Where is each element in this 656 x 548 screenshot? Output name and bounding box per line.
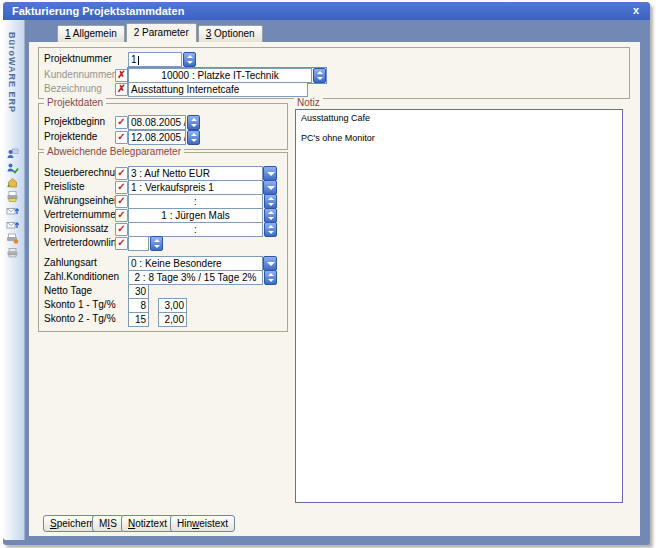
app-window: Fakturierung Projektstammdaten x BüroWAR… [3,2,650,545]
brand-label: BüroWARE ERP [7,32,17,113]
steuerberechnung-checkbox[interactable]: ✓ [115,167,128,180]
mail-export-icon[interactable] [6,204,19,217]
zahlungsart-label: Zahlungsart [44,257,97,268]
tab-allgemein[interactable]: 1 Allgemein [57,25,125,42]
tab-parameter[interactable]: 2 Parameter [126,23,197,42]
projektbeginn-label: Projektbeginn [44,116,105,127]
red-check-icon: ✓ [116,223,127,234]
zahlkonditionen-label: Zahl.Konditionen [44,271,119,282]
projektende-label: Projektende [44,131,97,142]
kundennummer-lock-checkbox[interactable]: ✗ [115,69,128,82]
vertreternummer-field[interactable]: 1 : Jürgen Mals [128,208,263,223]
projektende-field[interactable]: 12.08.2005 /Fr [128,130,186,145]
bezeichnung-lock-checkbox[interactable]: ✗ [115,83,128,96]
projektnummer-field[interactable]: 1 [128,52,182,67]
preisliste-label: Preisliste [44,181,85,192]
bezeichnung-control: Ausstattung Internetcafe [128,82,308,97]
text-caret [138,56,139,65]
preisliste-checkbox[interactable]: ✓ [115,181,128,194]
red-check-icon: ✓ [116,209,127,220]
kundennummer-field[interactable]: 10000 : Platzke IT-Technik [128,68,312,83]
vertreterdownline-control [128,236,163,251]
user-check-icon[interactable] [6,162,19,175]
mail-import-icon[interactable] [6,218,19,231]
print-lock-icon[interactable] [6,246,19,259]
netto-tage-label: Netto Tage [44,285,92,296]
projektdaten-title: Projektdaten [44,97,106,108]
vertreternummer-checkbox[interactable]: ✓ [115,209,128,222]
chevron-down-icon[interactable] [263,256,277,271]
vertreterdownline-checkbox[interactable]: ✓ [115,237,128,250]
parameter-page: Projektnummer 1 Kundennummer ✗ 10000 : P… [29,42,640,536]
vertreterdownline-label: Vertreterdownline [44,237,122,248]
skonto1-control: 8 3,00 [128,298,187,313]
zahlkonditionen-control: 2 : 8 Tage 3% / 15 Tage 2% [128,270,277,285]
notiz-line: Ausstattung Cafe [301,113,617,123]
waehrungseinheit-spinner[interactable] [264,194,277,209]
red-check-icon: ✓ [116,181,127,192]
skonto1-tage-field[interactable]: 8 [128,298,149,313]
netto-tage-control: 30 [128,284,149,299]
vertreterdownline-field[interactable] [128,236,149,251]
provisionssatz-checkbox[interactable]: ✓ [115,223,128,236]
zahlkonditionen-field[interactable]: 2 : 8 Tage 3% / 15 Tage 2% [128,270,263,285]
window-title: Fakturierung Projektstammdaten [3,2,650,20]
zahlungsart-value[interactable]: 0 : Keine Besondere [128,256,263,271]
print-color-icon[interactable] [6,190,19,203]
notiz-group: Notiz Ausstattung Cafe PC's ohne Monitor [293,103,625,505]
waehrungseinheit-field[interactable]: : [128,194,263,209]
vertreternummer-spinner[interactable] [264,208,277,223]
title-bar[interactable]: Fakturierung Projektstammdaten x [3,2,650,20]
skonto2-control: 15 2,00 [128,312,187,327]
notiz-textarea[interactable]: Ausstattung Cafe PC's ohne Monitor [295,109,623,503]
skonto1-label: Skonto 1 - Tg/% [44,299,116,310]
user-card-icon[interactable] [6,148,19,161]
close-icon[interactable]: x [633,4,639,16]
skonto2-tage-field[interactable]: 15 [128,312,149,327]
kundennummer-spinner[interactable] [313,68,326,83]
red-check-icon: ✓ [116,167,127,178]
projektende-spinner[interactable] [187,130,200,145]
red-check-icon: ✓ [116,195,127,206]
provisionssatz-label: Provisionssatz [44,223,108,234]
projektbeginn-checkbox[interactable]: ✓ [115,116,128,129]
waehrungseinheit-label: Währungseinheit [44,195,119,206]
hinweistext-button[interactable]: Hinweistext [170,515,235,532]
chevron-down-icon[interactable] [263,180,277,195]
notiz-line: PC's ohne Monitor [301,133,617,143]
preisliste-value[interactable]: 1 : Verkaufspreis 1 [128,180,263,195]
steuerberechnung-label: Steuerberechnung [44,167,126,178]
provisionssatz-field[interactable]: : [128,222,263,237]
netto-tage-field[interactable]: 30 [128,284,149,299]
projektende-checkbox[interactable]: ✓ [115,131,128,144]
steuerberechnung-value[interactable]: 3 : Auf Netto EUR [128,166,263,181]
notiztext-button[interactable]: Notiztext [121,515,174,532]
bezeichnung-field[interactable]: Ausstattung Internetcafe [128,82,308,97]
home-sync-icon[interactable] [6,176,19,189]
print-user-icon[interactable] [6,232,19,245]
screen: Fakturierung Projektstammdaten x BüroWAR… [0,0,656,548]
steuerberechnung-combobox: 3 : Auf Netto EUR [128,166,277,181]
red-check-icon: ✓ [116,116,127,127]
waehrungseinheit-control: : [128,194,277,209]
kundennummer-control: 10000 : Platzke IT-Technik [128,68,326,83]
projektnummer-spinner[interactable] [183,52,196,67]
provisionssatz-control: : [128,222,277,237]
waehrungseinheit-checkbox[interactable]: ✓ [115,195,128,208]
skonto1-prozent-field[interactable]: 3,00 [158,298,187,313]
red-check-icon: ✓ [116,131,127,142]
tab-optionen[interactable]: 3 Optionen [198,25,263,42]
zahlkonditionen-spinner[interactable] [264,270,277,285]
red-check-icon: ✓ [116,237,127,248]
kundennummer-label: Kundennummer [44,69,115,80]
chevron-down-icon[interactable] [263,166,277,181]
projektbeginn-spinner[interactable] [187,115,200,130]
skonto2-prozent-field[interactable]: 2,00 [158,312,187,327]
mis-button[interactable]: MIS [92,515,124,532]
projektbeginn-control: 08.08.2005 /Mo [128,115,200,130]
provisionssatz-spinner[interactable] [264,222,277,237]
brand-sidebar: BüroWARE ERP [3,20,25,540]
vertreterdownline-spinner[interactable] [150,236,163,251]
red-cross-icon: ✗ [116,83,127,94]
projektbeginn-field[interactable]: 08.08.2005 /Mo [128,115,186,130]
